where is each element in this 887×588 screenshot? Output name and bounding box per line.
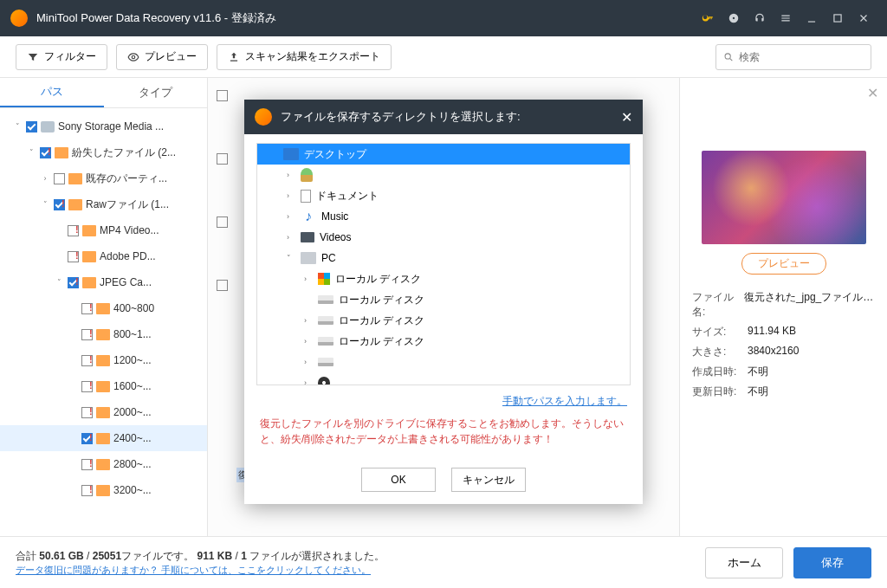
tree-label: Rawファイル (1... [86, 197, 169, 212]
sidebar: パス タイプ ˅Sony Storage Media ...˅紛失したファイル … [0, 78, 208, 536]
directory-row[interactable]: ›♪Music [257, 206, 630, 227]
meta-row: 作成日時:不明 [692, 365, 875, 379]
directory-row[interactable]: ローカル ディスク [257, 289, 630, 310]
tree-label: Adobe PD... [100, 250, 156, 262]
directory-label: Music [321, 210, 348, 223]
file-checkbox[interactable] [217, 280, 228, 291]
directory-label: PC [321, 252, 336, 264]
preview-open-button[interactable]: プレビュー [741, 253, 826, 275]
home-button[interactable]: ホーム [705, 547, 783, 578]
manual-path-link[interactable]: 手動でパスを入力します。 [502, 395, 627, 407]
export-button[interactable]: スキャン結果をエクスポート [217, 44, 392, 70]
directory-row[interactable]: ˅PC [257, 248, 630, 268]
meta-key: サイズ: [692, 325, 748, 339]
directory-row[interactable]: › [257, 372, 630, 385]
filter-button[interactable]: フィルター [16, 44, 107, 70]
expand-toggle-icon[interactable]: › [287, 171, 295, 179]
tab-path[interactable]: パス [0, 78, 104, 107]
meta-value: 3840x2160 [748, 345, 799, 359]
directory-row[interactable]: デスクトップ [257, 144, 630, 165]
directory-row[interactable]: ›Videos [257, 227, 630, 248]
tree-label: JPEG Ca... [100, 276, 152, 288]
directory-tree[interactable]: デスクトップ››ドキュメント›♪Music›Videos˅PC›ローカル ディス… [256, 143, 631, 385]
dialog-cancel-button[interactable]: キャンセル [451, 468, 526, 492]
menu-icon[interactable] [773, 5, 799, 31]
tree-row[interactable]: 400~800 [0, 295, 207, 321]
disc-icon[interactable] [721, 5, 747, 31]
directory-row[interactable]: ›ローカル ディスク [257, 310, 630, 331]
save-button[interactable]: 保存 [793, 547, 871, 578]
maximize-icon[interactable] [825, 5, 851, 31]
directory-row[interactable]: › [257, 165, 630, 185]
status-text: 合計 50.61 GB / 25051ファイルです。 911 KB / 1 ファ… [16, 549, 385, 564]
file-checkbox[interactable] [217, 153, 228, 165]
expand-toggle-icon[interactable]: › [287, 233, 295, 242]
dialog-close-icon[interactable]: ✕ [621, 109, 632, 126]
tree-checkbox[interactable] [54, 173, 65, 184]
tree-row[interactable]: ˅Rawファイル (1... [0, 191, 207, 217]
directory-label: デスクトップ [304, 147, 366, 162]
meta-key: 作成日時: [692, 365, 748, 379]
expand-toggle-icon[interactable]: ˅ [287, 254, 295, 262]
search-box[interactable] [715, 44, 871, 70]
expand-toggle-icon[interactable]: › [287, 191, 295, 200]
expand-toggle-icon[interactable]: › [304, 358, 313, 366]
tree-row[interactable]: 3200~... [0, 477, 207, 503]
expand-toggle-icon[interactable]: › [304, 337, 313, 346]
tree-row[interactable]: 1600~... [0, 373, 207, 399]
expand-toggle-icon[interactable]: ˅ [40, 200, 50, 209]
tree-label: 2800~... [113, 458, 152, 470]
file-checkbox[interactable] [217, 216, 228, 228]
tree-row[interactable]: ˅Sony Storage Media ... [0, 113, 207, 139]
tree-row[interactable]: 1200~... [0, 347, 207, 373]
expand-toggle-icon[interactable]: › [304, 275, 313, 283]
svg-point-1 [733, 17, 735, 19]
expand-toggle-icon[interactable]: ˅ [54, 278, 64, 287]
directory-row[interactable]: › [257, 352, 630, 372]
folder-icon [96, 329, 110, 340]
disk-icon [318, 337, 333, 346]
preview-button[interactable]: プレビュー [116, 44, 208, 70]
tree-row[interactable]: ˅JPEG Ca... [0, 269, 207, 295]
tree-row[interactable]: Adobe PD... [0, 243, 207, 269]
key-icon[interactable] [695, 5, 721, 31]
folder-icon [96, 381, 110, 392]
tree-row[interactable]: 800~1... [0, 321, 207, 347]
directory-row[interactable]: ›ドキュメント [257, 185, 630, 206]
status-bar: 合計 50.61 GB / 25051ファイルです。 911 KB / 1 ファ… [0, 536, 887, 588]
search-input[interactable] [739, 51, 864, 63]
expand-toggle-icon[interactable]: › [287, 212, 295, 221]
folder-icon [96, 407, 110, 418]
meta-row: 大きさ:3840x2160 [692, 345, 875, 359]
directory-row[interactable]: ›ローカル ディスク [257, 268, 630, 289]
dialog-ok-button[interactable]: OK [361, 468, 436, 492]
tree-row[interactable]: ›既存のパーティ... [0, 165, 207, 191]
expand-toggle-icon[interactable]: › [40, 174, 50, 183]
tree-row[interactable]: 2000~... [0, 399, 207, 425]
tree-row[interactable]: ˅紛失したファイル (2... [0, 139, 207, 165]
disk-icon [318, 358, 333, 366]
tab-type[interactable]: タイプ [104, 78, 208, 107]
search-icon [723, 51, 734, 63]
panel-close-icon[interactable]: ✕ [867, 85, 878, 101]
expand-toggle-icon[interactable]: ˅ [26, 148, 36, 157]
expand-toggle-icon[interactable]: › [304, 378, 313, 385]
tree-row[interactable]: 2400~... [0, 425, 207, 451]
tree-checkbox[interactable] [26, 121, 37, 132]
tree-label: 2000~... [113, 406, 152, 418]
tree-row[interactable]: MP4 Video... [0, 217, 207, 243]
doc-icon [301, 190, 311, 203]
expand-toggle-icon[interactable]: › [304, 316, 313, 325]
expand-toggle-icon[interactable]: ˅ [12, 122, 23, 131]
folder-icon [41, 121, 55, 132]
close-icon[interactable] [851, 5, 877, 31]
directory-row[interactable]: ›ローカル ディスク [257, 331, 630, 352]
tree-row[interactable]: 2800~... [0, 451, 207, 477]
headset-icon[interactable] [747, 5, 773, 31]
select-all-checkbox[interactable] [217, 90, 228, 101]
tree-label: 既存のパーティ... [86, 171, 167, 186]
help-link[interactable]: データ復旧に問題がありますか？ 手順については、ここをクリックしてください。 [16, 564, 385, 577]
dialog-title: ファイルを保存するディレクトリを選択します: [281, 109, 521, 125]
folder-tree[interactable]: ˅Sony Storage Media ...˅紛失したファイル (2...›既… [0, 108, 207, 536]
minimize-icon[interactable] [799, 5, 825, 31]
